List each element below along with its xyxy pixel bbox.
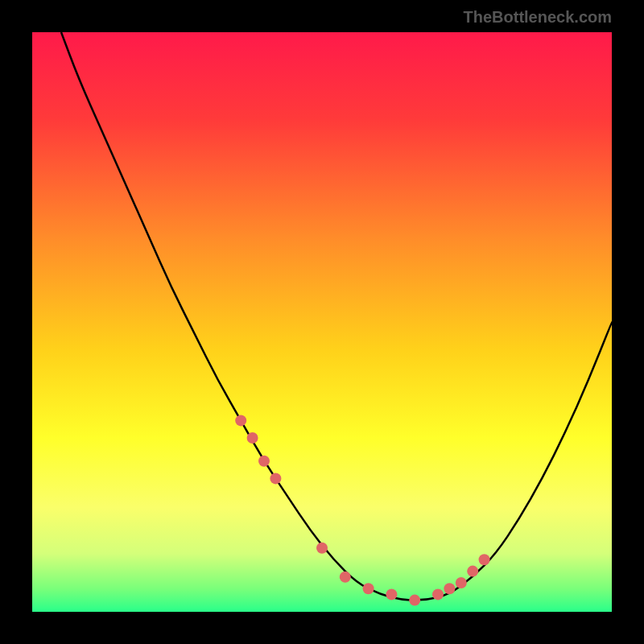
marker-point bbox=[363, 583, 374, 594]
marker-point bbox=[270, 473, 281, 484]
marker-point bbox=[456, 577, 467, 588]
marker-point bbox=[247, 432, 258, 444]
gradient-background bbox=[32, 32, 612, 612]
marker-point bbox=[235, 415, 246, 426]
marker-point bbox=[316, 543, 328, 554]
plot-area bbox=[32, 32, 612, 612]
marker-point bbox=[340, 572, 351, 583]
marker-point bbox=[467, 566, 478, 577]
marker-point bbox=[409, 595, 420, 606]
chart-container: TheBottleneck.com bbox=[0, 0, 644, 644]
marker-point bbox=[258, 456, 270, 467]
marker-point bbox=[444, 583, 455, 594]
marker-point bbox=[479, 554, 490, 565]
marker-point bbox=[386, 588, 397, 600]
marker-point bbox=[432, 588, 444, 600]
watermark-text: TheBottleneck.com bbox=[464, 8, 612, 27]
chart-svg bbox=[32, 32, 612, 612]
